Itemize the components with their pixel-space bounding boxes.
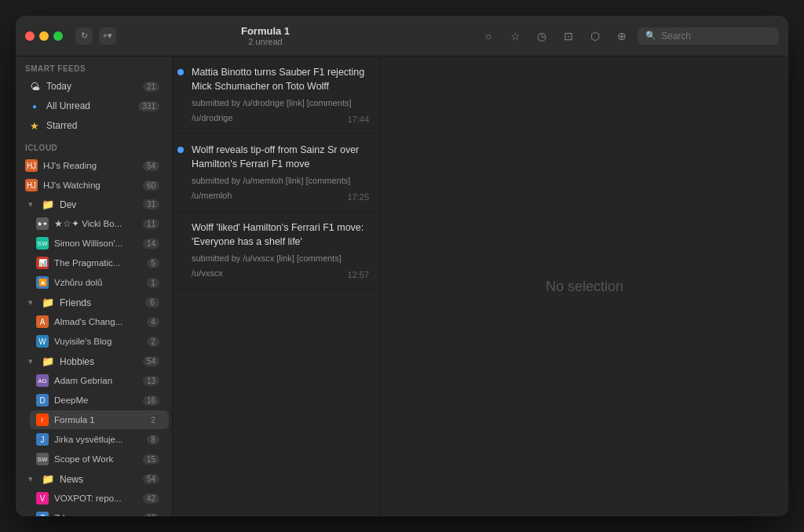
main-window: ↻ +▾ Formula 1 2 unread ○ ☆ ◷ ⊡ ⬡ ⊕ 🔍 Sm… xyxy=(16,16,788,516)
simon-badge: 14 xyxy=(143,239,159,249)
folder-dev-label: Dev xyxy=(60,199,137,210)
pragmatic-label: The Pragmatic... xyxy=(54,258,141,268)
article-user-2: /u/memloh xyxy=(184,189,232,202)
voxpot-avatar: V xyxy=(36,492,49,505)
article-title-2: Wolff reveals tip-off from Sainz Sr over… xyxy=(184,144,369,171)
search-input[interactable] xyxy=(661,31,771,42)
vzhuru-avatar: 🔼 xyxy=(36,276,49,289)
sidebar: Smart Feeds 🌤 Today 21 ● All Unread 331 … xyxy=(16,56,173,516)
vicki-bo-avatar: ★✦ xyxy=(36,217,49,230)
article-item-1[interactable]: Mattia Binotto turns Sauber F1 rejecting… xyxy=(173,56,380,134)
feed-almad[interactable]: A Almad's Chang... 4 xyxy=(30,312,169,331)
main-content: Smart Feeds 🌤 Today 21 ● All Unread 331 … xyxy=(16,56,788,516)
reminder-icon[interactable]: ◷ xyxy=(531,25,553,47)
article-item-3[interactable]: Wolff 'liked' Hamilton's Ferrari F1 move… xyxy=(173,212,380,290)
feed-voxpot[interactable]: V VOXPOT: repo... 42 xyxy=(30,489,169,508)
folder-friends: ▾ 📁 Friends 6 A Almad's Chang... 4 W Vuy… xyxy=(16,293,172,351)
feed-zdopravy[interactable]: Z Zdopravy.cz 12 xyxy=(30,508,169,516)
deepme-label: DeepMe xyxy=(54,395,137,405)
feed-vuyisile[interactable]: W Vuyisile's Blog 2 xyxy=(30,332,169,351)
simon-avatar: SW xyxy=(36,237,49,250)
adam-label: Adam Gebrian xyxy=(54,376,137,385)
vuyisile-avatar: W xyxy=(36,335,49,348)
vicki-bo-label: ★☆✦ Vicki Bo... xyxy=(54,218,137,229)
share-icon[interactable]: ⬡ xyxy=(584,25,606,47)
pragmatic-avatar: 📊 xyxy=(36,257,49,269)
feed-hj-watching[interactable]: HJ HJ's Watching 60 xyxy=(19,176,169,195)
search-icon: 🔍 xyxy=(645,31,656,41)
formula1-badge: 2 xyxy=(147,415,159,425)
chevron-down-icon4: ▾ xyxy=(28,474,36,484)
sidebar-item-starred[interactable]: ★ Starred xyxy=(19,116,169,135)
feed-jirka[interactable]: J Jirka vysvětluje... 8 xyxy=(30,430,169,449)
hj-watching-badge: 60 xyxy=(143,180,159,191)
deepme-badge: 16 xyxy=(143,395,159,406)
action-icon[interactable]: ⊕ xyxy=(611,25,633,47)
article-item-2[interactable]: Wolff reveals tip-off from Sainz Sr over… xyxy=(173,134,380,212)
feed-vicki-bo[interactable]: ★✦ ★☆✦ Vicki Bo... 11 xyxy=(30,214,169,233)
vzhuru-badge: 1 xyxy=(147,278,159,288)
article-list: Mattia Binotto turns Sauber F1 rejecting… xyxy=(173,56,381,516)
hj-reading-avatar: HJ xyxy=(25,159,38,172)
almad-avatar: A xyxy=(36,315,49,328)
jirka-badge: 8 xyxy=(147,435,159,445)
close-button[interactable] xyxy=(25,31,35,41)
chevron-down-icon2: ▾ xyxy=(28,297,36,308)
article-user-1: /u/drodrige xyxy=(184,111,233,125)
folder-dev-header[interactable]: ▾ 📁 Dev 31 xyxy=(19,195,169,213)
jirka-label: Jirka vysvětluje... xyxy=(54,435,141,444)
search-bar[interactable]: 🔍 xyxy=(638,27,779,45)
unread-dot-2 xyxy=(177,147,184,153)
simon-label: Simon Willison'... xyxy=(54,239,137,248)
titlebar: ↻ +▾ Formula 1 2 unread ○ ☆ ◷ ⊡ ⬡ ⊕ 🔍 xyxy=(16,16,788,56)
feed-vzhuru-dolu[interactable]: 🔼 Vzhůru dolů 1 xyxy=(30,273,169,292)
titlebar-center: Formula 1 2 unread xyxy=(60,25,471,46)
scope-avatar: SW xyxy=(36,453,49,465)
folder-dev-badge: 31 xyxy=(143,199,159,210)
chevron-down-icon3: ▾ xyxy=(28,356,36,366)
feed-scope[interactable]: SW Scope of Work 15 xyxy=(30,450,169,468)
feed-hj-reading[interactable]: HJ HJ's Reading 54 xyxy=(19,156,169,175)
pragmatic-badge: 5 xyxy=(147,258,159,268)
mark-read-icon[interactable]: ○ xyxy=(477,25,499,47)
article-meta-3: submitted by /u/vxscx [link] [comments] xyxy=(184,252,369,265)
vuyisile-badge: 2 xyxy=(147,337,159,347)
article-title-3: Wolff 'liked' Hamilton's Ferrari F1 move… xyxy=(184,221,369,249)
sidebar-item-today[interactable]: 🌤 Today 21 xyxy=(19,77,169,96)
feed-pragmatic[interactable]: 📊 The Pragmatic... 5 xyxy=(30,253,169,272)
feed-deepme[interactable]: D DeepMe 16 xyxy=(30,391,169,410)
folder-dev: ▾ 📁 Dev 31 ★✦ ★☆✦ Vicki Bo... 11 SW Simo… xyxy=(16,195,172,292)
hj-watching-avatar: HJ xyxy=(25,179,38,191)
feed-simon-willison[interactable]: SW Simon Willison'... 14 xyxy=(30,234,169,253)
save-icon[interactable]: ⊡ xyxy=(557,25,579,47)
folder-news-badge: 54 xyxy=(143,474,159,484)
folder-hobbies: ▾ 📁 Hobbies 54 AG Adam Gebrian 13 D Deep… xyxy=(16,352,172,468)
minimize-button[interactable] xyxy=(39,31,49,41)
folder-hobbies-header[interactable]: ▾ 📁 Hobbies 54 xyxy=(19,352,169,370)
adam-badge: 13 xyxy=(143,376,159,386)
folder-dev-children: ★✦ ★☆✦ Vicki Bo... 11 SW Simon Willison'… xyxy=(16,214,172,292)
feed-formula1[interactable]: r Formula 1 2 xyxy=(30,410,169,429)
article-user-3: /u/vxscx xyxy=(184,267,223,280)
star-icon[interactable]: ☆ xyxy=(504,25,526,47)
folder-friends-badge: 6 xyxy=(145,297,159,308)
window-title: Formula 1 xyxy=(241,25,290,37)
folder-friends-header[interactable]: ▾ 📁 Friends 6 xyxy=(19,293,169,312)
sidebar-item-all-unread[interactable]: ● All Unread 331 xyxy=(19,97,169,115)
today-badge: 21 xyxy=(143,82,159,92)
formula1-label: Formula 1 xyxy=(54,415,141,425)
article-meta-line-1: /u/drodrige 17:44 xyxy=(184,111,369,125)
folder-friends-icon: 📁 xyxy=(42,297,54,308)
folder-news-header[interactable]: ▾ 📁 News 54 xyxy=(19,470,169,488)
folder-news-children: V VOXPOT: repo... 42 Z Zdopravy.cz 12 xyxy=(16,489,172,516)
zdopravy-label: Zdopravy.cz xyxy=(54,513,137,516)
all-unread-badge: 331 xyxy=(138,101,159,111)
chevron-down-icon: ▾ xyxy=(28,199,36,210)
voxpot-badge: 42 xyxy=(143,494,159,504)
article-title-1: Mattia Binotto turns Sauber F1 rejecting… xyxy=(184,66,369,93)
feed-adam-gebrian[interactable]: AG Adam Gebrian 13 xyxy=(30,371,169,390)
vuyisile-label: Vuyisile's Blog xyxy=(54,337,141,346)
deepme-avatar: D xyxy=(36,394,49,406)
folder-hobbies-icon: 📁 xyxy=(42,355,54,367)
unread-dot-1 xyxy=(177,69,184,75)
